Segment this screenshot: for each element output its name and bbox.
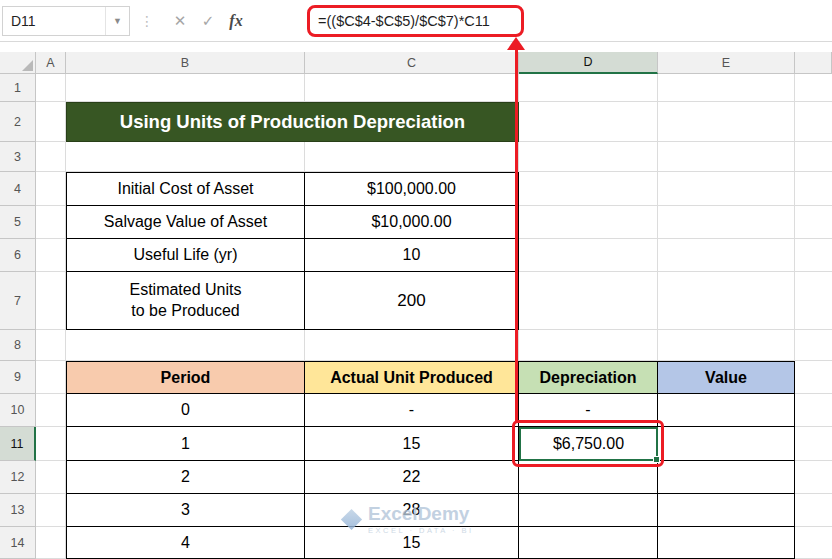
row-header-14[interactable]: 14 (0, 527, 36, 559)
cell[interactable] (519, 102, 658, 142)
cell-b5-label[interactable]: Salvage Value of Asset (66, 206, 305, 239)
cell-b14-period[interactable]: 4 (66, 527, 305, 559)
cell[interactable] (36, 461, 66, 494)
column-header-d[interactable]: D (519, 52, 658, 74)
cell[interactable] (795, 142, 832, 172)
name-box-dropdown-icon[interactable]: ▼ (105, 7, 129, 35)
cell-c13-units[interactable]: 28 (305, 494, 519, 527)
cancel-icon[interactable]: ✕ (166, 12, 194, 30)
cell[interactable] (36, 172, 66, 206)
cell[interactable] (658, 142, 795, 172)
column-header-b[interactable]: B (66, 52, 305, 74)
select-all-button[interactable] (0, 52, 36, 74)
cell-e13-value[interactable] (658, 494, 795, 527)
cell[interactable] (795, 394, 832, 427)
cell-b4-label[interactable]: Initial Cost of Asset (66, 172, 305, 206)
cell[interactable] (36, 206, 66, 239)
cell[interactable] (795, 102, 832, 142)
cell-b11-period[interactable]: 1 (66, 427, 305, 461)
cell[interactable] (66, 330, 305, 361)
cell-d13-depreciation[interactable] (519, 494, 658, 527)
column-header-a[interactable]: A (36, 52, 66, 74)
cell[interactable] (795, 330, 832, 361)
cell[interactable] (66, 142, 305, 172)
cell[interactable] (36, 239, 66, 272)
cell-e12-value[interactable] (658, 461, 795, 494)
cell[interactable] (36, 272, 66, 330)
cell[interactable] (305, 330, 519, 361)
cell[interactable] (658, 102, 795, 142)
cell[interactable] (519, 272, 658, 330)
row-header-5[interactable]: 5 (0, 206, 36, 239)
header-period[interactable]: Period (66, 361, 305, 394)
cell[interactable] (519, 172, 658, 206)
cell[interactable] (658, 206, 795, 239)
cell[interactable] (795, 272, 832, 330)
cell[interactable] (36, 361, 66, 394)
name-box[interactable]: D11 ▼ (2, 6, 130, 36)
cell-c6-value[interactable]: 10 (305, 239, 519, 272)
cell-e14-value[interactable] (658, 527, 795, 559)
row-header-12[interactable]: 12 (0, 461, 36, 494)
formula-input[interactable]: =(($C$4-$C$5)/$C$7)*C11 (318, 0, 490, 42)
cell[interactable] (519, 239, 658, 272)
row-header-3[interactable]: 3 (0, 142, 36, 172)
cell[interactable] (36, 394, 66, 427)
enter-icon[interactable]: ✓ (194, 12, 222, 30)
cell[interactable] (795, 494, 832, 527)
header-value[interactable]: Value (658, 361, 795, 394)
cell[interactable] (519, 142, 658, 172)
row-header-9[interactable]: 9 (0, 361, 36, 394)
cell[interactable] (658, 172, 795, 206)
cell-b6-label[interactable]: Useful Life (yr) (66, 239, 305, 272)
cell-d10-depreciation[interactable]: - (519, 394, 658, 427)
header-actual-unit-produced[interactable]: Actual Unit Produced (305, 361, 519, 394)
cell[interactable] (795, 361, 832, 394)
column-header-e[interactable]: E (658, 52, 795, 74)
cell[interactable] (658, 272, 795, 330)
cell[interactable] (36, 74, 66, 102)
cell[interactable] (795, 527, 832, 559)
cell-e10-value[interactable] (658, 394, 795, 427)
cell[interactable] (36, 527, 66, 559)
cell-c7-value[interactable]: 200 (305, 272, 519, 330)
row-header-6[interactable]: 6 (0, 239, 36, 272)
cell[interactable] (795, 239, 832, 272)
cell-c14-units[interactable]: 15 (305, 527, 519, 559)
row-header-13[interactable]: 13 (0, 494, 36, 527)
cell-e11-value[interactable] (658, 427, 795, 461)
cell[interactable] (519, 74, 658, 102)
cell[interactable] (795, 461, 832, 494)
cell[interactable] (795, 427, 832, 461)
insert-function-icon[interactable]: fx (222, 12, 250, 30)
cell-b12-period[interactable]: 2 (66, 461, 305, 494)
cell[interactable] (36, 102, 66, 142)
cell-c4-value[interactable]: $100,000.00 (305, 172, 519, 206)
cell[interactable] (36, 494, 66, 527)
cell[interactable] (305, 74, 519, 102)
fill-handle[interactable] (653, 456, 660, 463)
title-banner[interactable]: Using Units of Production Depreciation (66, 102, 519, 142)
cell[interactable] (795, 74, 832, 102)
active-cell-d11[interactable]: $6,750.00 (519, 427, 658, 461)
cell[interactable] (795, 172, 832, 206)
cell-c10-units[interactable]: - (305, 394, 519, 427)
cell-c11-units[interactable]: 15 (305, 427, 519, 461)
cell-d14-depreciation[interactable] (519, 527, 658, 559)
row-header-8[interactable]: 8 (0, 330, 36, 361)
cell[interactable] (305, 142, 519, 172)
cell[interactable] (658, 239, 795, 272)
row-header-1[interactable]: 1 (0, 74, 36, 102)
cell-d12-depreciation[interactable] (519, 461, 658, 494)
cell-b7-label[interactable]: Estimated Units to be Produced (66, 272, 305, 330)
column-header-c[interactable]: C (305, 52, 519, 74)
row-header-4[interactable]: 4 (0, 172, 36, 206)
cell-b13-period[interactable]: 3 (66, 494, 305, 527)
header-depreciation[interactable]: Depreciation (519, 361, 658, 394)
cell[interactable] (658, 74, 795, 102)
cell[interactable] (66, 74, 305, 102)
cell[interactable] (36, 142, 66, 172)
cell[interactable] (795, 206, 832, 239)
cell[interactable] (658, 330, 795, 361)
row-header-7[interactable]: 7 (0, 272, 36, 330)
